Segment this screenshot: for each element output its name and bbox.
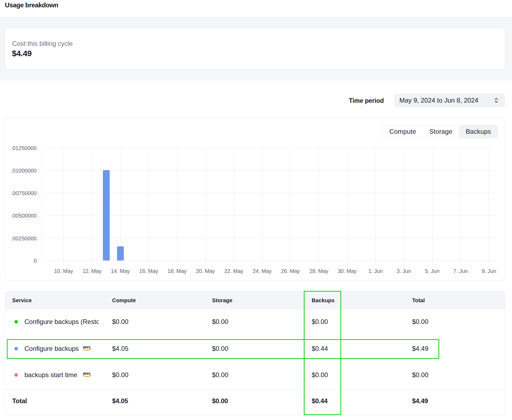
svg-text:aws: aws: [83, 371, 90, 376]
